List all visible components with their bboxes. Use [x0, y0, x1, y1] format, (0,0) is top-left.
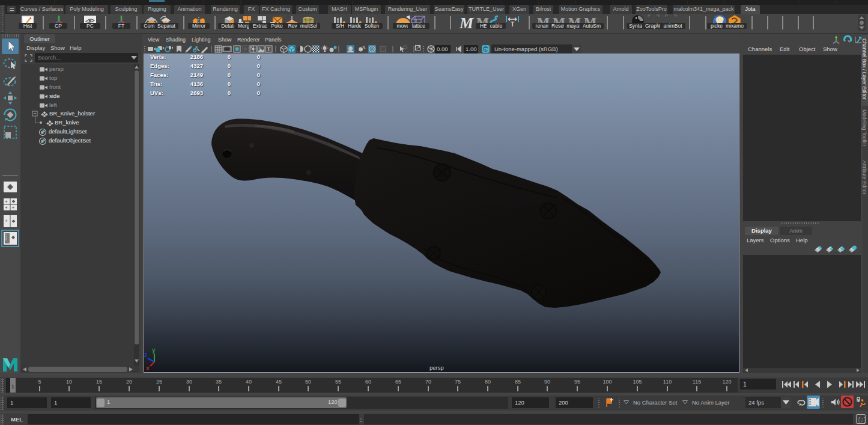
svg-text:x: x [146, 365, 150, 371]
svg-text:+: + [12, 205, 15, 210]
svg-text:+: + [5, 218, 8, 224]
svg-text:{;}: {;} [858, 417, 867, 423]
svg-text:CM: CM [484, 47, 488, 51]
svg-text:T: T [267, 46, 270, 52]
svg-text:z: z [144, 352, 147, 358]
svg-text:y: y [152, 347, 156, 353]
svg-text:T: T [511, 21, 514, 28]
svg-text:+: + [5, 199, 8, 204]
svg-text:+: + [5, 205, 8, 210]
